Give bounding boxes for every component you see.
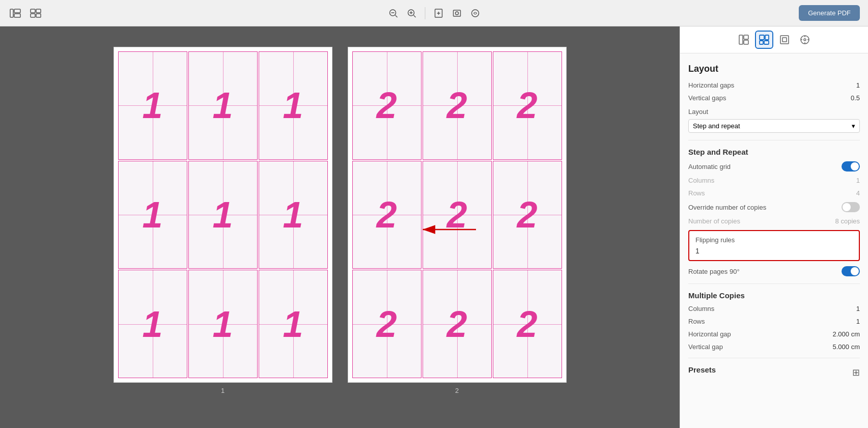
layout-type-row: Layout Step and repeat ▾ <box>688 107 860 133</box>
fit-page-icon[interactable] <box>431 6 445 20</box>
mc-rows-value: 1 <box>856 318 860 325</box>
svg-rect-25 <box>760 35 764 40</box>
svg-rect-28 <box>764 41 769 44</box>
svg-rect-23 <box>744 35 748 39</box>
panel-tabs <box>680 26 868 53</box>
presets-label: Presets <box>688 365 716 374</box>
card-2-3: 2 <box>493 51 562 160</box>
card-2-4: 2 <box>352 161 422 269</box>
toolbar-center <box>386 6 482 20</box>
vertical-gaps-row: Vertical gaps 0.5 <box>688 94 860 102</box>
layout-type-label: Layout <box>688 108 708 116</box>
svg-rect-29 <box>780 36 789 44</box>
layout-icon-1[interactable] <box>8 6 22 20</box>
presets-row: Presets ⊞ <box>688 365 860 379</box>
svg-rect-22 <box>739 35 743 44</box>
layout-dropdown[interactable]: Step and repeat ▾ <box>688 119 860 133</box>
layout-section-title: Layout <box>688 64 860 74</box>
layout-dropdown-value: Step and repeat <box>693 122 740 130</box>
vertical-gaps-label: Vertical gaps <box>688 94 726 102</box>
rows-label: Rows <box>688 189 705 197</box>
tab-layout[interactable] <box>755 31 773 49</box>
svg-rect-4 <box>36 9 41 13</box>
generate-pdf-button[interactable]: Generate PDF <box>799 5 860 21</box>
columns-value: 1 <box>856 177 860 184</box>
svg-rect-30 <box>782 38 787 42</box>
card-2-7: 2 <box>352 270 422 378</box>
page-2-wrapper: 2 2 2 2 2 2 2 2 2 2 <box>348 47 567 394</box>
card-2-8: 2 <box>423 270 492 378</box>
fit-width-icon[interactable] <box>450 6 464 20</box>
page-1: 1 1 1 1 1 1 1 1 1 <box>114 47 332 383</box>
layout-icon-2[interactable] <box>29 6 43 20</box>
page-1-label: 1 <box>221 387 225 394</box>
canvas-area: 1 1 1 1 1 1 1 1 1 1 2 2 2 2 2 2 2 <box>0 26 680 428</box>
columns-row: Columns 1 <box>688 177 860 184</box>
card-1-1: 1 <box>118 51 187 160</box>
override-copies-label: Override number of copies <box>688 204 766 211</box>
svg-rect-5 <box>31 14 35 17</box>
multiple-copies-title: Multiple Copies <box>688 291 860 300</box>
toolbar: Generate PDF <box>0 0 868 26</box>
card-1-4: 1 <box>118 161 187 269</box>
step-repeat-title: Step and Repeat <box>688 148 860 156</box>
card-1-9: 1 <box>259 270 328 378</box>
presets-icon[interactable]: ⊞ <box>852 367 860 378</box>
card-2-5: 2 <box>423 161 492 269</box>
svg-rect-1 <box>14 9 20 13</box>
mc-vertical-gap-row: Vertical gap 5.000 cm <box>688 343 860 351</box>
automatic-grid-toggle[interactable] <box>842 161 860 172</box>
card-1-5: 1 <box>188 161 258 269</box>
card-1-7: 1 <box>118 270 187 378</box>
main-content: 1 1 1 1 1 1 1 1 1 1 2 2 2 2 2 2 2 <box>0 26 868 428</box>
override-copies-toggle[interactable] <box>842 202 860 212</box>
svg-line-13 <box>413 15 415 17</box>
mc-horizontal-gap-row: Horizontal gap 2.000 cm <box>688 330 860 338</box>
toolbar-divider <box>425 7 425 19</box>
mc-columns-value: 1 <box>856 305 860 312</box>
svg-point-32 <box>804 39 806 41</box>
card-1-6: 1 <box>259 161 328 269</box>
override-copies-row: Override number of copies <box>688 202 860 212</box>
card-2-2: 2 <box>423 51 492 160</box>
zoom-out-icon[interactable] <box>386 6 400 20</box>
horizontal-gaps-row: Horizontal gaps 1 <box>688 81 860 89</box>
svg-line-9 <box>395 15 397 17</box>
right-panel: Layout Horizontal gaps 1 Vertical gaps 0… <box>680 26 868 428</box>
mc-columns-row: Columns 1 <box>688 305 860 312</box>
rotate-pages-toggle[interactable] <box>842 266 860 276</box>
toolbar-left <box>8 6 43 20</box>
flipping-rules-value: 1 <box>695 247 853 255</box>
svg-rect-2 <box>14 14 20 17</box>
mc-horizontal-gap-label: Horizontal gap <box>688 330 731 338</box>
tab-marks[interactable] <box>796 31 814 49</box>
rows-value: 4 <box>856 189 860 197</box>
automatic-grid-row: Automatic grid <box>688 161 860 172</box>
automatic-grid-label: Automatic grid <box>688 163 731 170</box>
rows-row: Rows 4 <box>688 189 860 197</box>
card-2-6: 2 <box>493 161 562 269</box>
rotate-pages-label: Rotate pages 90° <box>688 268 740 275</box>
tab-grid[interactable] <box>735 31 753 49</box>
mc-rows-label: Rows <box>688 318 705 325</box>
zoom-reset-icon[interactable] <box>468 6 482 20</box>
flipping-rules-box: Flipping rules 1 <box>688 230 860 261</box>
mc-horizontal-gap-value: 2.000 cm <box>833 330 860 338</box>
zoom-in-icon[interactable] <box>404 6 418 20</box>
card-1-8: 1 <box>188 270 258 378</box>
tab-frame[interactable] <box>775 31 794 49</box>
page-1-wrapper: 1 1 1 1 1 1 1 1 1 1 <box>114 47 332 394</box>
svg-rect-0 <box>10 9 13 17</box>
divider-1 <box>688 140 860 140</box>
number-of-copies-label: Number of copies <box>688 217 740 225</box>
horizontal-gaps-label: Horizontal gaps <box>688 81 734 89</box>
svg-rect-24 <box>744 40 748 44</box>
divider-2 <box>688 283 860 284</box>
page-2-label: 2 <box>455 387 459 394</box>
rotate-pages-row: Rotate pages 90° <box>688 266 860 276</box>
mc-rows-row: Rows 1 <box>688 318 860 325</box>
svg-rect-26 <box>765 35 769 40</box>
layout-dropdown-arrow: ▾ <box>852 122 855 130</box>
number-of-copies-row: Number of copies 8 copies <box>688 217 860 225</box>
card-1-3: 1 <box>259 51 328 160</box>
